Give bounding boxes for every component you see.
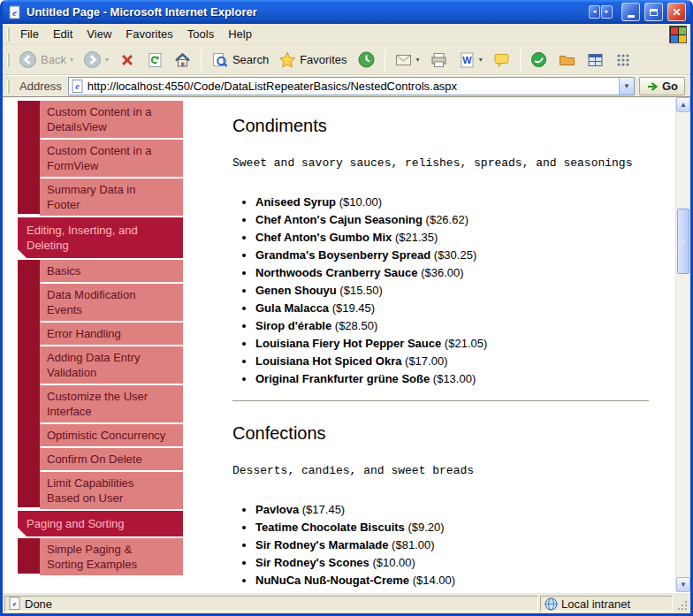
discuss-button[interactable]	[488, 49, 515, 72]
sidebar-item[interactable]: Data Modification Events	[40, 284, 183, 321]
home-icon	[173, 51, 192, 69]
forward-dropdown-icon[interactable]: ▾	[105, 56, 109, 64]
menu-item-help[interactable]: Help	[221, 25, 259, 43]
close-button[interactable]: ✕	[667, 3, 686, 21]
product-price: ($36.00)	[421, 266, 463, 279]
address-input[interactable]: http://localhost:4550/Code/DataListRepea…	[88, 80, 615, 93]
status-panel-left: e Done	[4, 596, 538, 612]
menu-item-favorites[interactable]: Favorites	[118, 25, 179, 43]
back-button[interactable]: Back ▾	[14, 48, 78, 72]
product-price: ($10.00)	[339, 195, 382, 209]
scroll-thumb[interactable]	[677, 209, 689, 274]
sidebar-item[interactable]: Summary Data in Footer	[40, 179, 183, 216]
home-button[interactable]	[169, 49, 196, 72]
search-button[interactable]: Search	[206, 49, 273, 72]
mail-button[interactable]: ▾	[390, 49, 424, 72]
maximize-icon	[650, 9, 658, 16]
minimize-button[interactable]	[621, 3, 640, 21]
toolbar-separator	[201, 49, 202, 71]
edit-button[interactable]: W ▾	[453, 49, 487, 72]
folders-button[interactable]	[553, 49, 581, 72]
scroll-down-button[interactable]: ▼	[676, 577, 690, 592]
product-name: Sir Rodney's Marmalade	[255, 538, 388, 551]
sidebar-item[interactable]: Custom Content in a FormView	[40, 140, 183, 177]
vertical-scrollbar[interactable]: ▲ ▼	[675, 97, 690, 592]
pane-left-icon[interactable]: ◄	[589, 5, 600, 19]
history-icon	[357, 50, 376, 69]
forward-button[interactable]: ▾	[79, 48, 113, 72]
fullscreen-button[interactable]	[582, 49, 609, 72]
product-item: Sirop d'érable ($28.50)	[255, 317, 649, 335]
edit-dropdown-icon[interactable]: ▾	[479, 56, 483, 64]
folder-icon	[558, 51, 576, 69]
product-item: Chef Anton's Cajun Seasoning ($26.62)	[255, 211, 649, 229]
product-item: Louisiana Hot Spiced Okra ($17.00)	[255, 353, 649, 370]
back-dropdown-icon[interactable]: ▾	[70, 56, 73, 64]
mail-icon	[394, 51, 413, 69]
go-arrow-icon	[646, 80, 659, 93]
sidebar-item[interactable]: Custom Content in a DetailsView	[40, 101, 183, 138]
toolbar-grip[interactable]	[7, 53, 10, 67]
product-price: ($9.20)	[407, 521, 444, 534]
print-button[interactable]	[425, 49, 453, 72]
sidebar-item[interactable]: Adding Data Entry Validation	[40, 346, 183, 384]
title-bar[interactable]: e Untitled Page - Microsoft Internet Exp…	[3, 0, 690, 24]
sidebar-item[interactable]: Error Handling	[40, 323, 183, 345]
toolbar-grip[interactable]	[7, 27, 10, 42]
category-description: Desserts, candies, and sweet breads	[232, 463, 649, 478]
product-list: Aniseed Syrup ($10.00)Chef Anton's Cajun…	[255, 194, 649, 388]
address-field[interactable]: e http://localhost:4550/Code/DataListRep…	[68, 77, 635, 95]
resize-grip[interactable]	[674, 596, 689, 612]
sidebar-item[interactable]: Confirm On Delete	[40, 448, 183, 470]
sidebar-item[interactable]: Simple Paging & Sorting Examples	[40, 538, 183, 575]
sidebar-section-header[interactable]: Paging and Sorting	[18, 511, 183, 536]
maximize-button[interactable]	[644, 3, 663, 21]
menu-item-file[interactable]: File	[13, 25, 46, 43]
toolbar-grip[interactable]	[7, 80, 10, 94]
product-name: NuNuCa Nuß-Nougat-Creme	[255, 574, 409, 587]
stop-icon	[118, 51, 136, 69]
stop-button[interactable]	[114, 49, 141, 72]
browser-window: e Untitled Page - Microsoft Internet Exp…	[0, 0, 693, 616]
edit-word-icon: W	[458, 51, 476, 69]
refresh-button[interactable]	[141, 49, 168, 72]
product-price: ($19.45)	[332, 301, 375, 315]
product-item: Sir Rodney's Scones ($10.00)	[255, 554, 649, 572]
quick-links-button[interactable]	[610, 49, 636, 72]
product-name: Sir Rodney's Scones	[255, 556, 369, 569]
pane-right-icon[interactable]: ►	[601, 5, 613, 19]
favorites-label: Favorites	[300, 53, 346, 66]
product-price: ($26.62)	[426, 213, 468, 226]
status-panel-zone: Local intranet	[540, 596, 673, 612]
product-item: Northwoods Cranberry Sauce ($36.00)	[255, 264, 649, 282]
messenger-button[interactable]	[525, 48, 552, 72]
go-button[interactable]: Go	[639, 77, 685, 95]
sidebar-item[interactable]: Customize the User Interface	[40, 385, 183, 422]
menu-item-tools[interactable]: Tools	[180, 25, 221, 43]
standard-toolbar: Back ▾ ▾	[3, 45, 690, 75]
window-pane-arrows[interactable]: ◄ ►	[589, 5, 613, 19]
sidebar-item[interactable]: Limit Capabilities Based on User	[40, 472, 183, 509]
sidebar-item[interactable]: Optimistic Concurrency	[40, 424, 183, 446]
product-price: ($21.35)	[395, 231, 438, 244]
scroll-up-button[interactable]: ▲	[676, 97, 690, 112]
favorites-button[interactable]: Favorites	[274, 49, 351, 72]
mail-dropdown-icon[interactable]: ▾	[416, 56, 420, 64]
product-name: Teatime Chocolate Biscuits	[255, 521, 405, 534]
svg-text:e: e	[12, 7, 17, 18]
svg-text:W: W	[462, 55, 472, 65]
product-price: ($10.00)	[372, 556, 415, 569]
address-dropdown-icon[interactable]: ▼	[619, 78, 634, 95]
product-name: Louisiana Hot Spiced Okra	[255, 354, 401, 368]
sidebar-group: Simple Paging & Sorting Examples	[18, 538, 183, 575]
sidebar-item[interactable]: Basics	[40, 260, 183, 282]
go-label: Go	[662, 80, 678, 93]
sidebar-section-header[interactable]: Editing, Inserting, and Deleting	[18, 217, 183, 258]
product-item: Grandma's Boysenberry Spread ($30.25)	[255, 247, 649, 264]
menu-item-edit[interactable]: Edit	[46, 25, 80, 43]
product-name: Sirop d'érable	[255, 319, 331, 332]
web-page: Custom Content in a DetailsViewCustom Co…	[3, 97, 675, 592]
svg-text:e: e	[75, 81, 80, 91]
history-button[interactable]	[353, 48, 380, 72]
menu-item-view[interactable]: View	[80, 25, 118, 43]
